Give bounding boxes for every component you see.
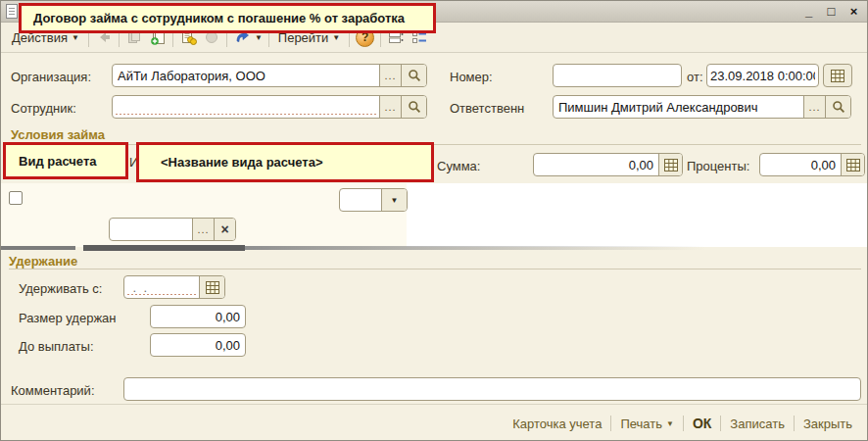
amount-field	[533, 153, 683, 176]
before-payment-label: До выплаты:	[19, 339, 94, 354]
percent-account-select-button[interactable]: ...	[192, 219, 214, 240]
comment-field	[123, 377, 861, 401]
close-button[interactable]: ×	[845, 3, 862, 20]
calculator-icon	[664, 159, 678, 172]
calendar-icon	[831, 70, 844, 82]
withhold-size-label: Размер удержан	[19, 311, 117, 325]
number-field	[553, 64, 682, 87]
calculator-icon	[846, 159, 860, 172]
footer-divider	[1, 404, 868, 405]
chevron-down-icon: ▼	[255, 33, 263, 42]
amount-calc-button[interactable]	[658, 154, 682, 175]
percent-account-input[interactable]	[110, 219, 192, 240]
date-field	[706, 64, 819, 87]
ok-button[interactable]: ОК	[684, 416, 720, 431]
withhold-section-rule	[9, 269, 861, 270]
calc-type-button-label: Вид расчета	[19, 154, 97, 169]
white-area	[407, 183, 868, 247]
rate-dropdown: ▼	[339, 188, 408, 212]
calc-type-button-highlight[interactable]: Вид расчета	[3, 142, 128, 179]
percent-account-clear-button[interactable]: ×	[214, 219, 235, 240]
responsible-label: Ответственн	[450, 101, 524, 116]
percent-calc-button[interactable]	[841, 154, 864, 175]
maximize-button[interactable]: □	[823, 3, 840, 20]
magnifier-icon	[408, 100, 421, 114]
loan-section-title: Условия займа	[11, 127, 105, 142]
date-input[interactable]	[707, 65, 818, 86]
date-calendar-button[interactable]	[823, 64, 852, 87]
loan-agreement-window: _ □ × Договор займа с сотрудником с пога…	[0, 0, 868, 441]
withhold-from-label: Удерживать с:	[19, 281, 102, 296]
print-button[interactable]: Печать ▼	[611, 416, 683, 431]
footer-button-bar: Карточка учета Печать ▼ ОК Записать Закр…	[504, 409, 861, 438]
number-input[interactable]	[554, 65, 681, 86]
print-button-label: Печать	[620, 416, 662, 431]
withhold-from-field	[123, 275, 225, 299]
magnifier-icon	[408, 69, 421, 82]
number-label: Номер:	[450, 70, 493, 84]
document-icon	[6, 4, 18, 19]
comment-input[interactable]	[124, 378, 860, 400]
calendar-icon	[206, 281, 219, 294]
before-payment-field	[150, 333, 246, 357]
comment-label: Комментарий:	[11, 383, 95, 398]
withhold-section-title: Удержание	[9, 254, 77, 269]
rate-dropdown-button[interactable]: ▼	[381, 189, 407, 211]
percent-input[interactable]	[760, 154, 841, 175]
window-controls: _ □ ×	[800, 3, 862, 20]
panel-shadow	[245, 246, 705, 250]
window-title: Договор займа с сотрудником с погашение …	[33, 11, 405, 25]
chevron-down-icon: ▼	[332, 33, 340, 42]
before-payment-input[interactable]	[151, 334, 245, 356]
organization-select-button[interactable]: ...	[379, 65, 401, 86]
withhold-size-input[interactable]	[151, 306, 245, 327]
magnifier-icon	[832, 100, 845, 114]
responsible-select-button[interactable]: ...	[803, 96, 825, 118]
employee-select-button[interactable]: ...	[379, 96, 401, 118]
rate-input[interactable]	[340, 189, 381, 211]
minimize-button[interactable]: _	[800, 3, 817, 20]
close-form-button[interactable]: Закрыть	[795, 416, 861, 431]
panel-shadow	[1, 246, 75, 250]
panel-shadow	[83, 245, 245, 251]
amount-input[interactable]	[534, 154, 658, 175]
chevron-down-icon: ▼	[72, 33, 79, 42]
amount-label: Сумма:	[437, 159, 480, 173]
responsible-input[interactable]	[554, 96, 803, 118]
withhold-from-input[interactable]	[124, 276, 199, 298]
organization-open-button[interactable]	[401, 65, 426, 86]
calc-type-name-highlight[interactable]: <Название вида расчета>	[136, 142, 434, 182]
chevron-down-icon: ▼	[666, 419, 674, 428]
date-label: от:	[687, 70, 703, 84]
employee-label: Сотрудник:	[11, 101, 76, 116]
percent-label: Проценты:	[687, 159, 749, 173]
responsible-open-button[interactable]	[825, 96, 850, 118]
calc-type-placeholder: <Название вида расчета>	[161, 155, 323, 170]
employee-input[interactable]	[113, 96, 379, 118]
material-benefit-checkbox[interactable]	[9, 191, 23, 205]
employee-open-button[interactable]	[401, 96, 426, 118]
account-card-button[interactable]: Карточка учета	[504, 416, 610, 431]
percent-account-field: ... ×	[109, 218, 236, 241]
withhold-size-field	[150, 305, 246, 328]
responsible-field: ...	[553, 95, 851, 119]
organization-input[interactable]	[113, 65, 379, 86]
save-button[interactable]: Записать	[721, 416, 794, 431]
percent-field	[759, 153, 865, 176]
employee-field: ...	[112, 95, 427, 119]
organization-label: Организация:	[11, 70, 91, 84]
window-title-highlight: Договор займа с сотрудником с погашение …	[19, 3, 436, 33]
organization-field: ...	[112, 64, 427, 87]
withhold-from-calendar-button[interactable]	[199, 276, 224, 298]
